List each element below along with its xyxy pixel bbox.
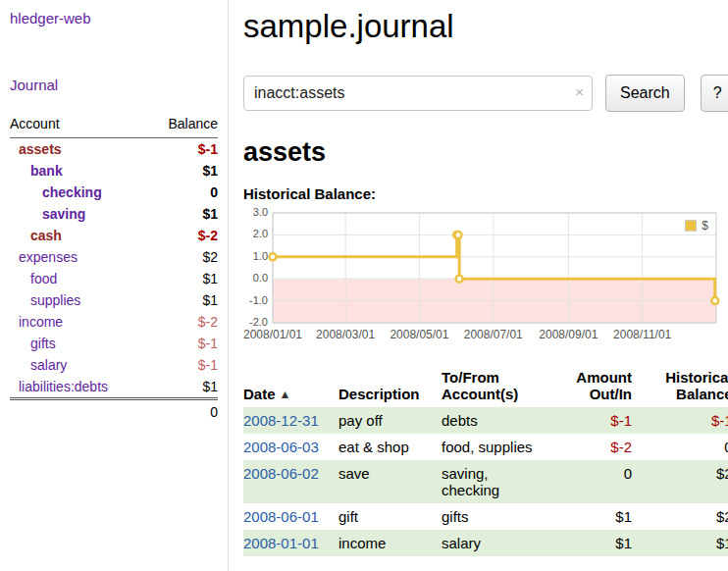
clear-search-icon[interactable]: × [575, 84, 584, 99]
account-title: assets [243, 137, 728, 168]
sidebar: hledger-web Journal Account Balance asse… [0, 0, 229, 571]
register-col-amount: Amount Out/In [573, 367, 638, 407]
transaction-date-cell: 2008-12-31 [243, 407, 338, 434]
transaction-description: gift [338, 503, 442, 530]
account-link-cash[interactable]: cash [30, 228, 62, 243]
transaction-row[interactable]: 2008-12-31pay offdebts$-1$-1 [243, 407, 728, 434]
transaction-row[interactable]: 2008-06-03eat & shopfood, supplies$-20 [243, 434, 728, 460]
register-col-description: Description [338, 367, 442, 407]
transaction-description: save [338, 460, 442, 503]
account-row: assets$-1 [10, 138, 218, 161]
transaction-row[interactable]: 2008-06-01giftgifts$1$2 [243, 503, 728, 530]
account-link-expenses[interactable]: expenses [19, 249, 78, 265]
account-link-assets[interactable]: assets [19, 141, 62, 157]
journal-nav: Journal [10, 77, 218, 94]
y-axis-tick-label: -2.0 [243, 316, 268, 328]
transaction-amount: $1 [573, 530, 638, 556]
accounts-col-balance: Balance [148, 114, 218, 138]
transaction-accounts: debts [442, 407, 573, 434]
search-row: × Search ? [243, 75, 728, 112]
account-row: liabilities:debts$1 [10, 376, 218, 399]
register-col-date[interactable]: Date▲ [243, 367, 338, 407]
help-button[interactable]: ? [701, 75, 728, 112]
account-link-bank[interactable]: bank [30, 163, 63, 179]
app-brand: hledger-web [10, 10, 218, 27]
transaction-amount: $-2 [573, 434, 638, 460]
balance-chart: 3.02.01.00.0-1.0-2.02008/01/012008/03/01… [243, 208, 722, 353]
transaction-date-cell: 2008-06-02 [243, 460, 338, 503]
transaction-balance: $-1 [638, 407, 728, 434]
accounts-total-spacer [10, 399, 148, 424]
transaction-amount: $-1 [573, 407, 638, 434]
account-balance: 0 [148, 182, 218, 203]
balance-chart-plot [243, 208, 720, 325]
x-axis-tick-label: 2008/07/01 [464, 328, 523, 341]
account-row: income$-2 [10, 311, 218, 333]
register-col-balance: Historical Balance [638, 367, 728, 407]
journal-nav-link[interactable]: Journal [10, 77, 58, 93]
x-axis-tick-label: 2008/01/01 [243, 328, 302, 341]
transaction-date-link[interactable]: 2008-01-01 [243, 535, 319, 551]
account-row: gifts$-1 [10, 333, 218, 354]
transaction-accounts: saving, checking [442, 460, 573, 503]
app-title-link[interactable]: hledger-web [10, 10, 91, 26]
transaction-amount: $1 [573, 503, 638, 530]
chart-legend: $ [681, 218, 712, 234]
legend-label: $ [702, 219, 708, 233]
account-row: food$1 [10, 268, 218, 289]
transaction-amount: 0 [573, 460, 638, 503]
transaction-description: income [338, 530, 442, 556]
account-link-saving[interactable]: saving [42, 206, 85, 222]
transaction-row[interactable]: 2008-06-02savesaving, checking0$2 [243, 460, 728, 503]
search-input[interactable] [243, 76, 593, 111]
account-row: expenses$2 [10, 246, 218, 268]
register-header-row: Date▲ Description To/From Account(s) Amo… [243, 367, 728, 407]
account-balance: $1 [148, 376, 218, 399]
account-link-food[interactable]: food [30, 271, 57, 286]
transaction-date-link[interactable]: 2008-06-03 [243, 439, 319, 455]
transaction-description: pay off [338, 407, 442, 434]
search-box: × [243, 76, 593, 111]
transaction-balance: $2 [638, 503, 728, 530]
transaction-date-cell: 2008-06-03 [243, 434, 338, 460]
account-balance: $1 [148, 289, 218, 311]
account-row: saving$1 [10, 203, 218, 225]
transaction-description: eat & shop [338, 434, 442, 460]
accounts-col-account: Account [10, 114, 148, 138]
main-content: sample.journal × Search ? assets Histori… [229, 0, 728, 571]
app-root: hledger-web Journal Account Balance asse… [0, 0, 728, 571]
account-link-checking[interactable]: checking [42, 184, 102, 200]
account-balance: $2 [148, 246, 218, 268]
transaction-date-link[interactable]: 2008-12-31 [243, 412, 319, 429]
transaction-accounts: gifts [442, 503, 573, 530]
x-axis-tick-label: 2008/09/01 [539, 328, 598, 341]
account-balance: $-2 [148, 225, 218, 246]
accounts-total-balance: 0 [148, 399, 218, 424]
account-balance: $1 [148, 160, 218, 182]
account-balance: $-1 [148, 138, 218, 161]
account-balance: $1 [148, 268, 218, 289]
transaction-date-link[interactable]: 2008-06-02 [243, 465, 319, 482]
y-axis-tick-label: 0.0 [243, 272, 268, 284]
account-link-gifts[interactable]: gifts [30, 336, 56, 351]
date-column-label: Date [243, 386, 276, 402]
transaction-date-link[interactable]: 2008-06-01 [243, 508, 319, 525]
account-row: salary$-1 [10, 354, 218, 376]
search-button[interactable]: Search [605, 75, 685, 112]
transaction-balance: $2 [638, 460, 728, 503]
y-axis-tick-label: 2.0 [243, 228, 268, 239]
register-col-account: To/From Account(s) [442, 367, 573, 407]
legend-swatch [685, 220, 697, 232]
transaction-date-cell: 2008-01-01 [243, 530, 338, 556]
account-link-supplies[interactable]: supplies [30, 292, 80, 308]
chart-heading: Historical Balance: [243, 185, 728, 202]
account-link-income[interactable]: income [19, 314, 63, 330]
account-link-salary[interactable]: salary [30, 357, 67, 373]
y-axis-tick-label: -1.0 [243, 294, 268, 306]
register-table: Date▲ Description To/From Account(s) Amo… [243, 367, 728, 556]
transaction-accounts: food, supplies [442, 434, 573, 460]
transaction-row[interactable]: 2008-01-01incomesalary$1$1 [243, 530, 728, 556]
account-balance: $-2 [148, 311, 218, 333]
account-link-liabilities-debts[interactable]: liabilities:debts [19, 379, 108, 394]
transaction-balance: $1 [638, 530, 728, 556]
